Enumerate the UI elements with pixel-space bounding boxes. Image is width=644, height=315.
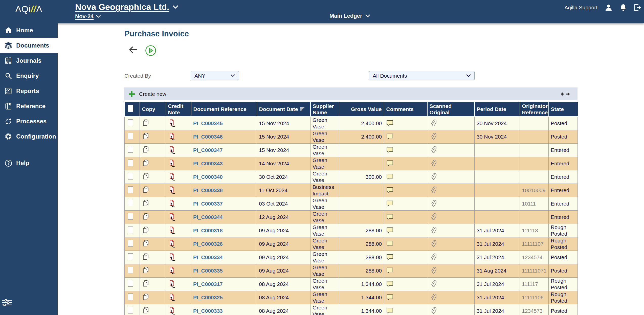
copy-icon[interactable] bbox=[142, 159, 149, 168]
paperclip-icon[interactable] bbox=[431, 199, 436, 208]
paperclip-icon[interactable] bbox=[431, 280, 436, 288]
credit-note-icon[interactable] bbox=[168, 226, 176, 235]
comment-bubble-icon[interactable] bbox=[386, 214, 394, 221]
paperclip-icon[interactable] bbox=[431, 266, 436, 275]
row-checkbox[interactable] bbox=[128, 280, 133, 287]
sidebar-item-configuration[interactable]: Configuration bbox=[0, 129, 58, 144]
comment-bubble-icon[interactable] bbox=[386, 267, 394, 274]
comment-bubble-icon[interactable] bbox=[386, 120, 394, 127]
comment-bubble-icon[interactable] bbox=[386, 187, 394, 194]
copy-icon[interactable] bbox=[142, 199, 149, 208]
comment-bubble-icon[interactable] bbox=[386, 254, 394, 261]
comment-bubble-icon[interactable] bbox=[386, 294, 394, 301]
credit-note-icon[interactable] bbox=[168, 199, 176, 208]
comment-bubble-icon[interactable] bbox=[386, 173, 394, 181]
sidebar-item-help[interactable]: ? Help bbox=[0, 155, 58, 171]
sidebar-item-reference[interactable]: Reference bbox=[0, 99, 58, 114]
comment-bubble-icon[interactable] bbox=[386, 133, 394, 140]
copy-icon[interactable] bbox=[142, 266, 149, 275]
document-filter-select[interactable]: All Documents bbox=[369, 71, 475, 80]
copy-icon[interactable] bbox=[142, 146, 149, 154]
row-checkbox[interactable] bbox=[128, 227, 133, 233]
document-reference-link[interactable]: PI_C000326 bbox=[193, 241, 223, 247]
paperclip-icon[interactable] bbox=[431, 159, 436, 168]
document-reference-link[interactable]: PI_C000335 bbox=[193, 268, 223, 274]
document-reference-link[interactable]: PI_C000318 bbox=[193, 228, 223, 233]
header-document-date[interactable]: Document Date bbox=[257, 102, 310, 117]
notifications-bell-icon[interactable] bbox=[620, 4, 627, 11]
row-checkbox[interactable] bbox=[128, 294, 133, 300]
paperclip-icon[interactable] bbox=[431, 226, 436, 235]
logout-icon[interactable] bbox=[634, 4, 641, 11]
row-checkbox[interactable] bbox=[128, 253, 133, 260]
row-checkbox[interactable] bbox=[128, 200, 133, 206]
credit-note-icon[interactable] bbox=[168, 119, 176, 128]
row-checkbox[interactable] bbox=[128, 119, 133, 126]
document-reference-link[interactable]: PI_C000346 bbox=[193, 134, 223, 140]
paperclip-icon[interactable] bbox=[431, 253, 436, 262]
paperclip-icon[interactable] bbox=[431, 132, 436, 141]
create-new-button[interactable]: Create new bbox=[124, 90, 166, 98]
row-checkbox[interactable] bbox=[128, 240, 133, 246]
copy-icon[interactable] bbox=[142, 119, 149, 128]
select-all-checkbox[interactable] bbox=[128, 105, 133, 112]
document-reference-link[interactable]: PI_C000334 bbox=[193, 254, 223, 260]
paperclip-icon[interactable] bbox=[431, 307, 436, 315]
credit-note-icon[interactable] bbox=[168, 213, 176, 221]
credit-note-icon[interactable] bbox=[168, 253, 176, 262]
sidebar-item-reports[interactable]: Reports bbox=[0, 83, 58, 99]
row-checkbox[interactable] bbox=[128, 267, 133, 273]
row-checkbox[interactable] bbox=[128, 186, 133, 193]
credit-note-icon[interactable] bbox=[168, 240, 176, 248]
copy-icon[interactable] bbox=[142, 132, 149, 141]
row-checkbox[interactable] bbox=[128, 213, 133, 220]
credit-note-icon[interactable] bbox=[168, 146, 176, 154]
credit-note-icon[interactable] bbox=[168, 280, 176, 288]
company-selector[interactable]: Nova Geographica Ltd. bbox=[75, 2, 178, 12]
comment-bubble-icon[interactable] bbox=[386, 281, 394, 288]
credit-note-icon[interactable] bbox=[168, 132, 176, 141]
document-reference-link[interactable]: PI_C000340 bbox=[193, 174, 223, 180]
credit-note-icon[interactable] bbox=[168, 159, 176, 168]
sidebar-item-processes[interactable]: Processes bbox=[0, 114, 58, 129]
document-reference-link[interactable]: PI_C000345 bbox=[193, 120, 223, 126]
comment-bubble-icon[interactable] bbox=[386, 160, 394, 167]
row-checkbox[interactable] bbox=[128, 146, 133, 153]
credit-note-icon[interactable] bbox=[168, 266, 176, 275]
expand-columns-button[interactable] bbox=[560, 92, 570, 96]
paperclip-icon[interactable] bbox=[431, 146, 436, 154]
copy-icon[interactable] bbox=[142, 240, 149, 248]
document-reference-link[interactable]: PI_C000347 bbox=[193, 147, 223, 153]
sidebar-item-enquiry[interactable]: Enquiry bbox=[0, 68, 58, 83]
copy-icon[interactable] bbox=[142, 293, 149, 302]
row-checkbox[interactable] bbox=[128, 133, 133, 139]
sidebar-item-home[interactable]: Home bbox=[0, 23, 58, 38]
paperclip-icon[interactable] bbox=[431, 119, 436, 128]
period-selector[interactable]: Nov-24 bbox=[75, 13, 101, 20]
comment-bubble-icon[interactable] bbox=[386, 307, 394, 314]
copy-icon[interactable] bbox=[142, 307, 149, 315]
copy-icon[interactable] bbox=[142, 213, 149, 221]
comment-bubble-icon[interactable] bbox=[386, 147, 394, 154]
copy-icon[interactable] bbox=[142, 186, 149, 195]
row-checkbox[interactable] bbox=[128, 160, 133, 166]
comment-bubble-icon[interactable] bbox=[386, 227, 394, 234]
credit-note-icon[interactable] bbox=[168, 307, 176, 315]
row-checkbox[interactable] bbox=[128, 173, 133, 179]
credit-note-icon[interactable] bbox=[168, 173, 176, 181]
copy-icon[interactable] bbox=[142, 173, 149, 181]
ledger-selector[interactable]: Main Ledger bbox=[329, 13, 370, 19]
paperclip-icon[interactable] bbox=[431, 173, 436, 181]
credit-note-icon[interactable] bbox=[168, 293, 176, 302]
document-reference-link[interactable]: PI_C000325 bbox=[193, 295, 223, 300]
comment-bubble-icon[interactable] bbox=[386, 200, 394, 207]
paperclip-icon[interactable] bbox=[431, 186, 436, 195]
copy-icon[interactable] bbox=[142, 253, 149, 262]
comment-bubble-icon[interactable] bbox=[386, 240, 394, 248]
filter-sliders-icon[interactable] bbox=[2, 298, 13, 307]
document-reference-link[interactable]: PI_C000344 bbox=[193, 214, 223, 220]
user-icon[interactable] bbox=[605, 4, 613, 12]
copy-icon[interactable] bbox=[142, 280, 149, 288]
row-checkbox[interactable] bbox=[128, 307, 133, 313]
paperclip-icon[interactable] bbox=[431, 293, 436, 302]
